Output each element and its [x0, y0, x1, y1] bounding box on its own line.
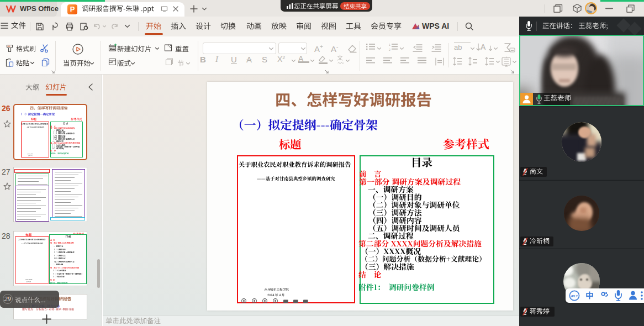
svg-text:1: 1: [389, 43, 390, 46]
svg-text:iFLY: iFLY: [571, 294, 579, 298]
svg-text:2: 2: [389, 48, 390, 51]
